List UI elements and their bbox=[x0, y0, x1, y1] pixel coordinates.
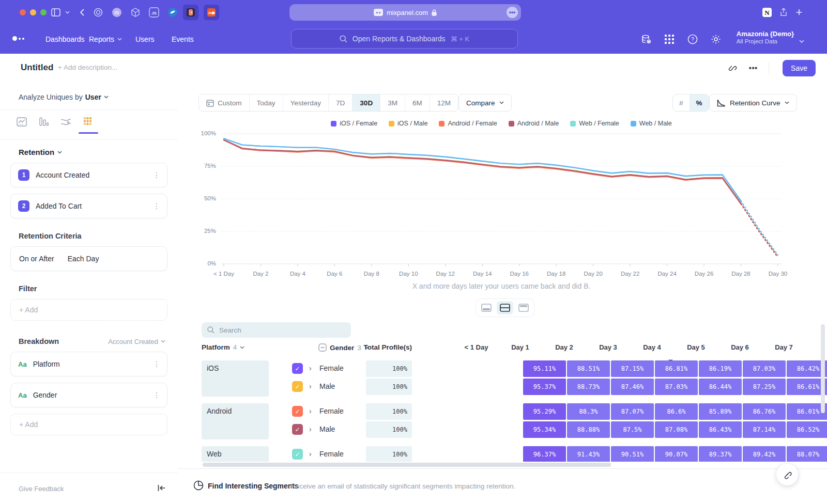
retention-value-cell[interactable]: 87.25% bbox=[743, 379, 786, 395]
analyze-value[interactable]: User bbox=[85, 93, 101, 101]
retention-value-cell[interactable]: 89.37% bbox=[699, 446, 742, 462]
select-all-checkbox[interactable] bbox=[318, 343, 327, 352]
retention-value-cell[interactable]: 87.03% bbox=[655, 379, 698, 395]
legend-item[interactable]: Android / Male bbox=[509, 120, 559, 127]
retention-value-cell[interactable]: 87.15% bbox=[611, 360, 654, 377]
range-12m[interactable]: 12M bbox=[430, 94, 458, 111]
range-7d[interactable]: 7D bbox=[328, 94, 352, 111]
tab-retention[interactable] bbox=[77, 112, 99, 132]
retention-value-cell[interactable]: 88.88% bbox=[567, 421, 610, 438]
report-title[interactable]: Untitled bbox=[21, 62, 53, 73]
target-extension-icon[interactable] bbox=[92, 6, 104, 19]
tab-flows[interactable] bbox=[55, 112, 77, 132]
legend-item[interactable]: Android / Female bbox=[439, 120, 497, 127]
help-icon[interactable]: ? bbox=[685, 32, 700, 46]
retention-value-cell[interactable]: 86.43% bbox=[699, 421, 742, 438]
breakdown-options-icon[interactable]: ⋮ bbox=[153, 391, 161, 399]
retention-value-cell[interactable]: 89.42% bbox=[743, 446, 786, 462]
legend-item[interactable]: Web / Female bbox=[570, 120, 619, 127]
legend-item[interactable]: Web / Male bbox=[631, 120, 672, 127]
retention-line-chart[interactable] bbox=[221, 132, 782, 268]
step-options-icon[interactable]: ⋮ bbox=[153, 202, 161, 210]
criteria-each-day[interactable]: Each Day bbox=[68, 255, 99, 263]
js-extension-icon[interactable]: JS bbox=[148, 6, 160, 19]
window-zoom-button[interactable] bbox=[40, 9, 47, 15]
site-options-icon[interactable]: ••• bbox=[507, 7, 518, 18]
more-options-icon[interactable]: ••• bbox=[746, 61, 760, 75]
nav-item-reports[interactable]: Reports bbox=[89, 32, 122, 46]
chart-type-button[interactable]: Retention Curve bbox=[709, 94, 797, 112]
share-link-floating-button[interactable] bbox=[776, 464, 798, 485]
retention-value-cell[interactable]: 87.07% bbox=[611, 403, 654, 420]
platform-cell[interactable]: Web bbox=[202, 446, 269, 462]
criteria-on-or-after[interactable]: On or After bbox=[19, 255, 54, 263]
retention-value-cell[interactable]: 86.76% bbox=[743, 403, 786, 420]
row-checkbox[interactable]: ✓ bbox=[292, 406, 303, 417]
breakdown-gender[interactable]: AaGender⋮ bbox=[10, 383, 167, 407]
retention-value-cell[interactable]: 86.81% bbox=[655, 360, 698, 377]
retention-value-cell[interactable]: 88.73% bbox=[567, 379, 610, 395]
save-button[interactable]: Save bbox=[783, 60, 816, 76]
interesting-segments-title[interactable]: Find Interesting Segments bbox=[208, 482, 299, 490]
sidebar-toggle-icon[interactable] bbox=[50, 6, 62, 19]
expand-row-icon[interactable]: › bbox=[309, 450, 312, 458]
retention-value-cell[interactable]: 88.07% bbox=[787, 446, 827, 462]
new-tab-icon[interactable]: + bbox=[793, 6, 805, 19]
retention-value-cell[interactable]: 91.43% bbox=[567, 446, 610, 462]
legend-item[interactable]: iOS / Female bbox=[331, 120, 377, 127]
nav-item-dashboards[interactable]: Dashboards bbox=[45, 32, 85, 46]
retention-value-cell[interactable]: 95.37% bbox=[523, 379, 566, 395]
window-minimize-button[interactable] bbox=[30, 9, 36, 15]
address-bar[interactable]: mixpanel.com ••• bbox=[289, 4, 521, 21]
retention-value-cell[interactable]: 86.44% bbox=[699, 379, 742, 395]
tab-funnels[interactable] bbox=[33, 112, 55, 132]
retention-step-2[interactable]: 2Added To Cart⋮ bbox=[10, 194, 167, 218]
chevron-down-icon[interactable] bbox=[61, 6, 73, 19]
expand-row-icon[interactable]: › bbox=[309, 382, 312, 390]
expand-row-icon[interactable]: › bbox=[309, 364, 312, 372]
retention-value-cell[interactable]: 87.08% bbox=[655, 421, 698, 438]
row-checkbox[interactable]: ✓ bbox=[292, 363, 303, 374]
retention-criteria-card[interactable]: On or After Each Day bbox=[10, 246, 167, 271]
legend-item[interactable]: iOS / Male bbox=[389, 120, 427, 127]
share-icon[interactable] bbox=[777, 6, 790, 19]
give-feedback-link[interactable]: Give Feedback bbox=[19, 485, 64, 493]
retention-value-cell[interactable]: 95.29% bbox=[523, 403, 566, 420]
retention-step-1[interactable]: 1Account Created⋮ bbox=[10, 163, 167, 187]
retention-value-cell[interactable]: 88.3% bbox=[567, 403, 610, 420]
mode-percent-button[interactable]: % bbox=[690, 94, 709, 111]
range-yesterday[interactable]: Yesterday bbox=[283, 94, 329, 111]
row-checkbox[interactable]: ✓ bbox=[292, 381, 303, 392]
retention-value-cell[interactable]: 87.14% bbox=[743, 421, 786, 438]
view-split-button[interactable] bbox=[497, 301, 513, 314]
open-reports-search[interactable]: Open Reports & Dashboards ⌘ + K bbox=[291, 29, 518, 49]
row-checkbox[interactable]: ✓ bbox=[292, 424, 303, 435]
retention-section-header[interactable]: Retention bbox=[19, 148, 178, 156]
mode-absolute-button[interactable]: # bbox=[673, 94, 690, 111]
analyze-uniques-by[interactable]: Analyze Uniques by User bbox=[0, 83, 178, 104]
avatar-m-extension-icon[interactable]: m bbox=[111, 6, 123, 19]
retention-value-cell[interactable]: 90.07% bbox=[655, 446, 698, 462]
notion-app-icon[interactable]: N bbox=[761, 6, 773, 19]
expand-row-icon[interactable]: › bbox=[309, 425, 312, 433]
range-today[interactable]: Today bbox=[249, 94, 283, 111]
view-chart-only-button[interactable] bbox=[478, 301, 495, 314]
platform-cell[interactable]: iOS bbox=[202, 360, 269, 397]
window-close-button[interactable] bbox=[20, 9, 26, 15]
globe-extension-icon[interactable] bbox=[166, 6, 179, 19]
retention-value-cell[interactable]: 87.03% bbox=[743, 360, 786, 377]
row-checkbox[interactable]: ✓ bbox=[292, 449, 303, 460]
copy-link-icon[interactable] bbox=[725, 61, 740, 75]
breakdown-scope-selector[interactable]: Account Created bbox=[108, 338, 165, 345]
expand-row-icon[interactable]: › bbox=[309, 407, 312, 415]
soundcloud-extension-icon[interactable] bbox=[204, 5, 219, 20]
retention-value-cell[interactable]: 88.51% bbox=[567, 360, 610, 377]
project-switcher[interactable]: Amazonia {Demo} All Project Data bbox=[737, 30, 794, 44]
nav-item-events[interactable]: Events bbox=[172, 32, 194, 46]
retention-value-cell[interactable]: 95.11% bbox=[523, 360, 566, 377]
retention-value-cell[interactable]: 86.52% bbox=[787, 421, 827, 438]
range-custom[interactable]: Custom bbox=[199, 94, 249, 111]
retention-value-cell[interactable]: 90.51% bbox=[611, 446, 654, 462]
mixpanel-logo[interactable] bbox=[12, 36, 24, 41]
retention-value-cell[interactable]: 87.46% bbox=[611, 379, 654, 395]
